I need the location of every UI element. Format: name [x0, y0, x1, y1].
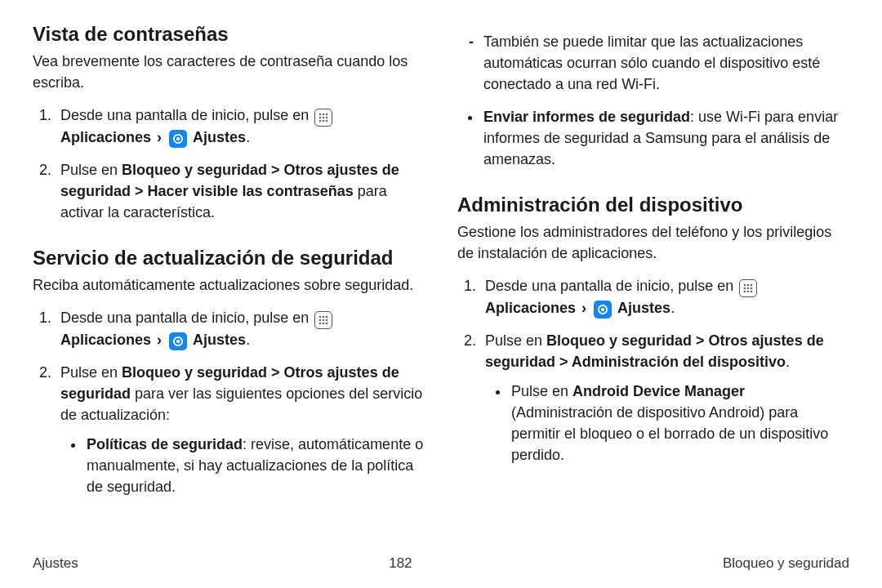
step-2: Pulse en Bloqueo y seguridad > Otros aju… — [480, 330, 849, 466]
svg-point-11 — [319, 315, 322, 318]
svg-point-26 — [747, 287, 750, 289]
bullet-policies-bold: Políticas de seguridad — [87, 436, 243, 452]
chevron-right-icon: › — [157, 129, 162, 145]
svg-point-29 — [747, 290, 750, 292]
svg-point-27 — [751, 287, 753, 289]
right-column: También se puede limitar que las actuali… — [457, 23, 849, 509]
steps-security-update: Desde una pantalla de inicio, pulse en A… — [33, 307, 425, 498]
intro-password-view: Vea brevemente los caracteres de contras… — [33, 51, 425, 93]
svg-point-21 — [176, 340, 180, 343]
svg-point-15 — [323, 318, 325, 321]
page-footer: Ajustes 182 Bloqueo y seguridad — [33, 555, 849, 572]
two-column-layout: Vista de contraseñas Vea brevemente los … — [33, 23, 849, 509]
bullet-adm-post: (Administración de dispositivo Android) … — [511, 404, 828, 463]
svg-point-4 — [323, 117, 325, 119]
bullet-policies: Políticas de seguridad: revise, automáti… — [85, 434, 425, 497]
intro-security-update: Reciba automáticamente actualizaciones s… — [33, 274, 425, 296]
svg-point-18 — [323, 322, 325, 324]
apps-label: Aplicaciones — [60, 332, 151, 348]
svg-point-10 — [176, 137, 180, 140]
svg-point-8 — [326, 120, 328, 122]
bullet-adm: Pulse en Android Device Manager (Adminis… — [510, 381, 849, 466]
settings-label: Ajustes — [193, 129, 246, 145]
step-1: Desde una pantalla de inicio, pulse en A… — [56, 307, 425, 350]
svg-point-28 — [744, 290, 746, 292]
svg-point-24 — [751, 283, 753, 286]
svg-point-17 — [319, 322, 322, 324]
step-2: Pulse en Bloqueo y seguridad > Otros aju… — [56, 362, 425, 498]
steps-password-view: Desde una pantalla de inicio, pulse en A… — [33, 105, 425, 223]
svg-point-1 — [323, 114, 325, 116]
step-1: Desde una pantalla de inicio, pulse en A… — [480, 275, 849, 318]
svg-point-7 — [323, 120, 325, 122]
svg-point-13 — [326, 315, 328, 318]
svg-point-19 — [326, 322, 328, 324]
heading-device-admin: Administración del dispositivo — [457, 194, 849, 216]
bullets-security-reports: Enviar informes de seguridad: use Wi-Fi … — [457, 106, 849, 170]
bullet-adm-bold: Android Device Manager — [572, 383, 745, 399]
svg-point-3 — [319, 117, 322, 119]
bullet-adm-pre: Pulse en — [511, 383, 572, 399]
bullet-send-reports: Enviar informes de seguridad: use Wi-Fi … — [482, 106, 849, 170]
svg-point-2 — [326, 114, 328, 116]
step-2-pre: Pulse en — [60, 162, 122, 178]
footer-page-number: 182 — [389, 555, 412, 572]
svg-point-16 — [326, 318, 328, 321]
bullets-security-update: Políticas de seguridad: revise, automáti… — [60, 434, 425, 497]
step-2-pre: Pulse en — [485, 332, 546, 349]
dash-list-wifi: También se puede limitar que las actuali… — [457, 31, 849, 95]
gear-icon — [169, 332, 187, 350]
step-1-text-pre: Desde una pantalla de inicio, pulse en — [60, 107, 313, 123]
steps-device-admin: Desde una pantalla de inicio, pulse en A… — [457, 275, 849, 466]
gear-icon — [169, 130, 187, 148]
apps-icon — [739, 279, 757, 297]
step-1-text-pre: Desde una pantalla de inicio, pulse en — [485, 278, 737, 294]
apps-label: Aplicaciones — [485, 300, 576, 316]
svg-point-12 — [323, 315, 325, 318]
chevron-right-icon: › — [157, 332, 162, 348]
left-column: Vista de contraseñas Vea brevemente los … — [33, 23, 425, 509]
svg-point-14 — [319, 318, 322, 321]
svg-point-5 — [326, 117, 328, 119]
svg-point-30 — [751, 290, 753, 292]
bullets-device-admin: Pulse en Android Device Manager (Adminis… — [485, 381, 849, 466]
chevron-right-icon: › — [581, 300, 586, 316]
apps-icon — [314, 109, 332, 127]
svg-point-0 — [319, 114, 322, 116]
svg-point-23 — [747, 283, 750, 286]
footer-right: Bloqueo y seguridad — [723, 555, 849, 572]
page: Vista de contraseñas Vea brevemente los … — [0, 0, 882, 588]
step-2: Pulse en Bloqueo y seguridad > Otros aju… — [56, 159, 425, 223]
svg-point-6 — [319, 120, 322, 122]
gear-icon — [594, 301, 612, 318]
heading-security-update: Servicio de actualización de seguridad — [33, 247, 425, 270]
apps-label: Aplicaciones — [60, 129, 151, 145]
dash-item-wifi: También se puede limitar que las actuali… — [482, 31, 849, 95]
svg-point-25 — [744, 287, 746, 289]
apps-icon — [314, 311, 332, 329]
settings-label: Ajustes — [193, 332, 246, 348]
step-1-text-pre: Desde una pantalla de inicio, pulse en — [60, 310, 313, 326]
footer-left: Ajustes — [33, 555, 78, 572]
bullet-send-reports-bold: Enviar informes de seguridad — [483, 109, 690, 125]
step-1: Desde una pantalla de inicio, pulse en A… — [56, 105, 425, 148]
step-2-pre: Pulse en — [60, 364, 122, 381]
settings-label: Ajustes — [617, 300, 670, 316]
heading-password-view: Vista de contraseñas — [33, 23, 425, 46]
intro-device-admin: Gestione los administradores del teléfon… — [457, 221, 849, 264]
svg-point-22 — [744, 283, 746, 286]
svg-point-32 — [601, 308, 604, 311]
